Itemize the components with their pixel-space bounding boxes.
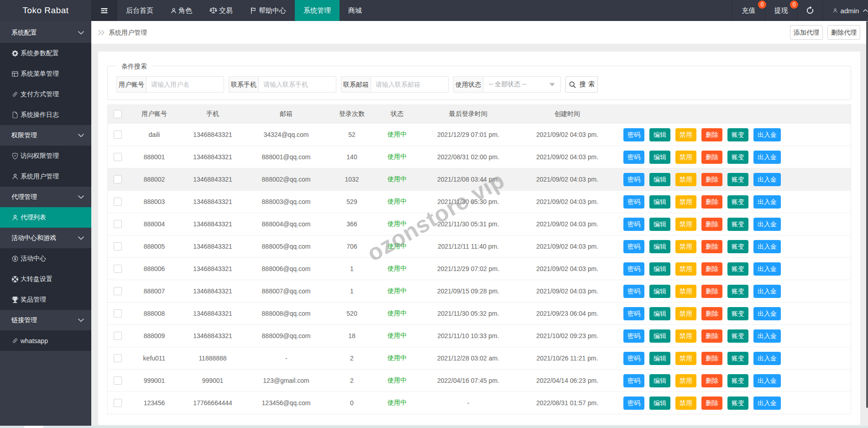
disable-button[interactable]: 禁用	[675, 195, 696, 209]
delete-button[interactable]: 删除	[701, 329, 722, 343]
account-change-button[interactable]: 账变	[727, 173, 748, 186]
refresh-button[interactable]	[797, 0, 823, 21]
status-select[interactable]: -- 全部状态 --	[483, 77, 560, 92]
password-button[interactable]: 密码	[623, 285, 644, 298]
in-out-funds-button[interactable]: 出入金	[753, 173, 781, 186]
nav-item-recharge[interactable]: 充值 0	[732, 0, 765, 21]
sidebar-group-14[interactable]: 链接管理	[0, 310, 91, 330]
in-out-funds-button[interactable]: 出入金	[753, 218, 781, 231]
search-button[interactable]: 搜索	[565, 76, 598, 93]
password-button[interactable]: 密码	[623, 352, 644, 365]
row-checkbox[interactable]	[114, 198, 122, 206]
horizontal-scrollbar[interactable]	[0, 426, 868, 428]
nav-item-system-management[interactable]: 系统管理	[295, 0, 340, 21]
in-out-funds-button[interactable]: 出入金	[753, 240, 781, 253]
sidebar-item-1[interactable]: 系统参数配置	[0, 43, 91, 63]
in-out-funds-button[interactable]: 出入金	[753, 285, 781, 298]
email-input[interactable]	[371, 77, 448, 92]
disable-button[interactable]: 禁用	[675, 218, 696, 231]
disable-button[interactable]: 禁用	[675, 128, 696, 141]
edit-button[interactable]: 编辑	[649, 240, 670, 253]
delete-button[interactable]: 删除	[701, 285, 722, 298]
account-change-button[interactable]: 账变	[727, 240, 748, 253]
edit-button[interactable]: 编辑	[649, 374, 670, 387]
in-out-funds-button[interactable]: 出入金	[753, 329, 781, 343]
sidebar-item-4[interactable]: 系统操作日志	[0, 104, 91, 125]
phone-input[interactable]	[259, 77, 336, 92]
in-out-funds-button[interactable]: 出入金	[753, 374, 781, 387]
password-button[interactable]: 密码	[623, 151, 644, 164]
disable-button[interactable]: 禁用	[675, 307, 696, 320]
row-checkbox[interactable]	[114, 399, 122, 407]
delete-button[interactable]: 删除	[701, 240, 722, 253]
password-button[interactable]: 密码	[623, 128, 644, 141]
delete-button[interactable]: 删除	[701, 307, 722, 320]
in-out-funds-button[interactable]: 出入金	[753, 128, 781, 141]
delete-button[interactable]: 删除	[701, 173, 722, 186]
account-change-button[interactable]: 账变	[727, 218, 748, 231]
in-out-funds-button[interactable]: 出入金	[753, 397, 781, 410]
in-out-funds-button[interactable]: 出入金	[753, 352, 781, 365]
sidebar-item-6[interactable]: 访问权限管理	[0, 146, 91, 166]
sidebar-group-5[interactable]: 权限管理	[0, 125, 91, 146]
nav-item-withdraw[interactable]: 提现 0	[765, 0, 797, 21]
row-checkbox[interactable]	[114, 376, 122, 385]
row-checkbox[interactable]	[114, 242, 122, 251]
sidebar-item-15[interactable]: whatsapp	[0, 330, 91, 351]
password-button[interactable]: 密码	[623, 307, 644, 320]
edit-button[interactable]: 编辑	[649, 397, 670, 410]
sidebar-group-8[interactable]: 代理管理	[0, 187, 91, 207]
account-change-button[interactable]: 账变	[727, 285, 748, 298]
password-button[interactable]: 密码	[623, 173, 644, 186]
row-checkbox[interactable]	[114, 153, 122, 161]
add-agent-button[interactable]: 添加代理	[790, 25, 823, 40]
row-checkbox[interactable]	[114, 309, 122, 318]
password-button[interactable]: 密码	[623, 374, 644, 387]
sidebar-item-12[interactable]: 大转盘设置	[0, 269, 91, 289]
delete-button[interactable]: 删除	[701, 397, 722, 410]
disable-button[interactable]: 禁用	[675, 285, 696, 298]
in-out-funds-button[interactable]: 出入金	[753, 307, 781, 320]
sidebar-item-2[interactable]: 系统菜单管理	[0, 63, 91, 84]
account-change-button[interactable]: 账变	[727, 128, 748, 141]
account-change-button[interactable]: 账变	[727, 374, 748, 387]
delete-button[interactable]: 删除	[701, 195, 722, 209]
nav-item-trade[interactable]: 交易	[201, 0, 241, 21]
sidebar-item-13[interactable]: 奖品管理	[0, 289, 91, 310]
disable-button[interactable]: 禁用	[675, 352, 696, 365]
row-checkbox[interactable]	[114, 130, 122, 139]
password-button[interactable]: 密码	[623, 329, 644, 343]
sidebar-item-7[interactable]: 系统用户管理	[0, 166, 91, 187]
password-button[interactable]: 密码	[623, 397, 644, 410]
account-change-button[interactable]: 账变	[727, 307, 748, 320]
sidebar-item-3[interactable]: 支付方式管理	[0, 84, 91, 104]
edit-button[interactable]: 编辑	[649, 173, 670, 186]
row-checkbox[interactable]	[114, 332, 122, 340]
user-menu[interactable]: admin	[823, 0, 868, 21]
in-out-funds-button[interactable]: 出入金	[753, 195, 781, 209]
vertical-scrollbar-thumb[interactable]	[866, 21, 868, 408]
edit-button[interactable]: 编辑	[649, 262, 670, 276]
nav-item-shop[interactable]: 商城	[340, 0, 371, 21]
row-checkbox[interactable]	[114, 175, 122, 183]
disable-button[interactable]: 禁用	[675, 151, 696, 164]
delete-button[interactable]: 删除	[701, 128, 722, 141]
account-change-button[interactable]: 账变	[727, 397, 748, 410]
delete-button[interactable]: 删除	[701, 218, 722, 231]
disable-button[interactable]: 禁用	[675, 262, 696, 276]
sidebar-group-10[interactable]: 活动中心和游戏	[0, 228, 91, 248]
edit-button[interactable]: 编辑	[649, 151, 670, 164]
account-input[interactable]	[146, 77, 224, 92]
account-change-button[interactable]: 账变	[727, 329, 748, 343]
row-checkbox[interactable]	[114, 354, 122, 362]
row-checkbox[interactable]	[114, 287, 122, 295]
in-out-funds-button[interactable]: 出入金	[753, 151, 781, 164]
password-button[interactable]: 密码	[623, 195, 644, 209]
row-checkbox[interactable]	[114, 220, 122, 228]
edit-button[interactable]: 编辑	[649, 285, 670, 298]
nav-item-home[interactable]: 后台首页	[117, 0, 162, 21]
edit-button[interactable]: 编辑	[649, 218, 670, 231]
in-out-funds-button[interactable]: 出入金	[753, 262, 781, 276]
edit-button[interactable]: 编辑	[649, 195, 670, 209]
row-checkbox[interactable]	[114, 265, 122, 273]
